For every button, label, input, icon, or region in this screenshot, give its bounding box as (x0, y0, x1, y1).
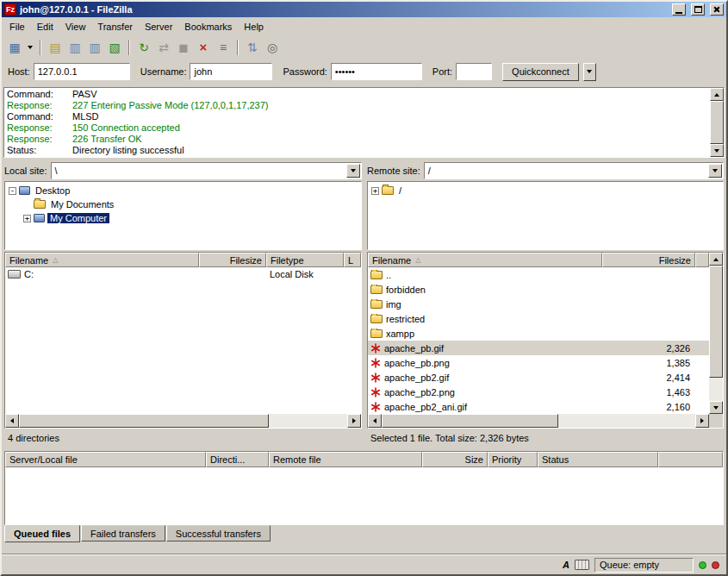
toggle-local-tree-icon[interactable]: ▥ (65, 38, 84, 56)
combo-dropdown-button[interactable] (708, 164, 722, 178)
tab-queued-files[interactable]: Queued files (4, 525, 80, 542)
stop-icon[interactable]: ◼ (174, 38, 193, 56)
menu-edit[interactable]: Edit (31, 19, 59, 34)
refresh-icon[interactable]: ↻ (134, 38, 153, 56)
scroll-right-button[interactable] (347, 414, 361, 428)
sync-browsing-icon[interactable]: ⇅ (243, 38, 262, 56)
toggle-queue-icon[interactable]: ▧ (105, 38, 124, 56)
find-files-icon[interactable]: ◎ (263, 38, 282, 56)
titlebar[interactable]: Fz john@127.0.0.1 - FileZilla (2, 2, 726, 17)
remote-horizontal-scrollbar[interactable] (368, 414, 723, 428)
menu-transfer[interactable]: Transfer (91, 19, 139, 34)
scroll-up-button[interactable] (709, 253, 723, 266)
username-input[interactable] (190, 63, 272, 80)
keyboard-icon[interactable] (575, 560, 589, 570)
toggle-message-log-icon[interactable]: ▤ (46, 38, 65, 56)
tree-item-root[interactable]: + / (368, 184, 723, 197)
local-horizontal-scrollbar[interactable] (5, 414, 361, 428)
tree-item-desktop[interactable]: - Desktop (5, 184, 361, 197)
file-row[interactable]: apache_pb.png 1,385 (368, 355, 709, 370)
column-header-last-modified[interactable]: L (344, 253, 361, 267)
quickconnect-dropdown[interactable] (583, 63, 596, 81)
quickconnect-button[interactable]: Quickconnect (502, 63, 579, 81)
filename-text: xampp (386, 329, 414, 339)
file-row-selected[interactable]: apache_pb.gif 2,326 (368, 341, 709, 355)
file-row[interactable]: restricted (368, 311, 709, 326)
remote-list-body[interactable]: .. forbidden img restricted (368, 267, 709, 414)
transfer-type-icon[interactable]: A (563, 560, 569, 570)
scrollbar-thumb[interactable] (709, 266, 723, 378)
file-row-c-drive[interactable]: C: Local Disk (5, 267, 361, 281)
scrollbar-thumb[interactable] (19, 414, 269, 428)
scrollbar-track[interactable] (269, 414, 347, 428)
tab-failed-transfers[interactable]: Failed transfers (81, 525, 165, 542)
column-header-status[interactable]: Status (538, 452, 658, 467)
column-header-filename[interactable]: Filename△ (368, 253, 602, 267)
site-manager-icon[interactable]: ▦ (5, 38, 24, 56)
menu-bookmarks[interactable]: Bookmarks (178, 19, 238, 34)
menu-help[interactable]: Help (238, 19, 270, 34)
local-tree[interactable]: - Desktop My Documents + My Computer (4, 181, 362, 250)
scroll-up-button[interactable] (710, 88, 724, 101)
toggle-remote-tree-icon[interactable]: ▥ (85, 38, 104, 56)
maximize-button[interactable] (691, 3, 705, 16)
cancel-icon[interactable]: × (194, 38, 213, 56)
file-row[interactable]: forbidden (368, 282, 709, 297)
scroll-down-button[interactable] (709, 401, 723, 414)
remote-vertical-scrollbar[interactable] (709, 253, 723, 414)
file-row[interactable]: apache_pb2.gif 2,414 (368, 370, 709, 385)
column-header-server-local-file[interactable]: Server/Local file (5, 452, 206, 467)
scroll-left-button[interactable] (5, 414, 19, 428)
column-label: Filesize (659, 255, 691, 266)
log-text: 226 Transfer OK (72, 134, 142, 145)
tab-successful-transfers[interactable]: Successful transfers (166, 525, 271, 542)
column-header-direction[interactable]: Directi... (206, 452, 269, 467)
column-header-priority[interactable]: Priority (488, 452, 538, 467)
column-header-filename[interactable]: Filename△ (5, 253, 199, 267)
local-site-combobox[interactable]: \ (51, 162, 362, 179)
chevron-down-icon (587, 70, 592, 73)
scrollbar-thumb[interactable] (382, 414, 558, 428)
minimize-button[interactable] (672, 3, 686, 16)
column-header-filesize[interactable]: Filesize (199, 253, 266, 267)
column-header-size[interactable]: Size (422, 452, 488, 467)
file-row[interactable]: .. (368, 267, 709, 282)
combo-dropdown-button[interactable] (346, 164, 360, 178)
scroll-down-button[interactable] (710, 144, 724, 157)
expand-icon[interactable]: + (23, 215, 31, 222)
close-button[interactable] (710, 3, 724, 16)
filename-cell: C: (5, 269, 199, 279)
scrollbar-thumb[interactable] (710, 101, 724, 144)
port-input[interactable] (456, 63, 492, 80)
tree-item-my-computer[interactable]: + My Computer (5, 211, 361, 225)
site-manager-dropdown[interactable] (25, 38, 35, 56)
file-row[interactable]: img (368, 297, 709, 311)
remote-site-combobox[interactable]: / (424, 162, 724, 179)
queue-body[interactable] (5, 467, 723, 524)
log-scrollbar[interactable] (710, 88, 724, 157)
column-header-filesize[interactable]: Filesize (602, 253, 695, 267)
menu-file[interactable]: File (3, 19, 31, 34)
scrollbar-track[interactable] (709, 378, 723, 401)
host-input[interactable] (34, 63, 130, 80)
file-row[interactable]: apache_pb2_ani.gif 2,160 (368, 399, 709, 414)
file-row[interactable]: xampp (368, 326, 709, 341)
local-list-body[interactable]: C: Local Disk (5, 267, 361, 414)
directory-comparison-icon[interactable]: ≡ (214, 38, 233, 56)
menu-view[interactable]: View (59, 19, 92, 34)
tree-item-my-documents[interactable]: My Documents (5, 197, 361, 211)
menu-server[interactable]: Server (139, 19, 178, 34)
password-input[interactable] (331, 63, 422, 80)
scroll-left-button[interactable] (368, 414, 382, 428)
column-header-filetype[interactable]: Filetype (266, 253, 344, 267)
filename-text: apache_pb.gif (384, 343, 444, 354)
expand-icon[interactable]: + (371, 187, 379, 195)
file-row[interactable]: apache_pb2.png 1,463 (368, 385, 709, 399)
column-header-remote-file[interactable]: Remote file (269, 452, 422, 467)
process-queue-icon[interactable]: ⇄ (154, 38, 173, 56)
remote-tree[interactable]: + / (367, 181, 724, 250)
scrollbar-track[interactable] (558, 414, 695, 428)
image-file-icon (370, 343, 381, 354)
collapse-icon[interactable]: - (9, 187, 16, 195)
scroll-right-button[interactable] (695, 414, 709, 428)
